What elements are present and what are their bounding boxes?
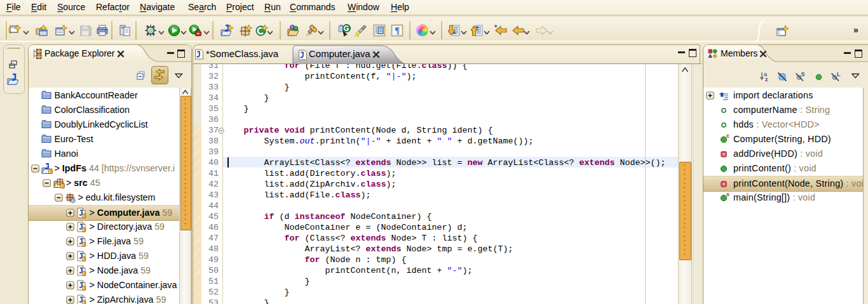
- svg-text:L: L: [837, 71, 841, 77]
- svg-text:S: S: [801, 71, 805, 77]
- svg-text:¶: ¶: [395, 26, 400, 36]
- svg-text:z: z: [765, 76, 768, 82]
